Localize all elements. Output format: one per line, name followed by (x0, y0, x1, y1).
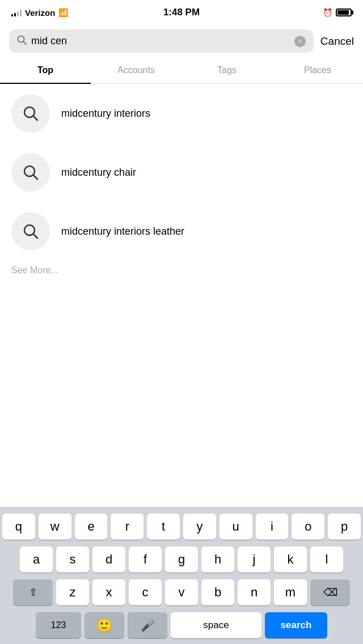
keyboard: q w e r t y u i o p a s d f g h j k l ⇧ … (0, 507, 363, 644)
search-tabs: Top Accounts Tags Places (0, 57, 363, 84)
svg-line-5 (33, 175, 37, 179)
result-item-3[interactable]: midcentury interiors leather (0, 202, 363, 261)
search-icon (17, 35, 27, 47)
cancel-button[interactable]: Cancel (320, 35, 354, 48)
svg-line-3 (33, 116, 37, 120)
keyboard-row-3: ⇧ z x c v b n m ⌫ (2, 579, 361, 605)
key-a[interactable]: a (20, 546, 53, 573)
key-n[interactable]: n (238, 579, 271, 605)
tab-top[interactable]: Top (0, 57, 91, 83)
key-delete[interactable]: ⌫ (310, 579, 350, 605)
result-text-2: midcentury chair (61, 167, 136, 179)
keyboard-row-2: a s d f g h j k l (2, 546, 361, 573)
key-v[interactable]: v (165, 579, 198, 605)
key-r[interactable]: r (111, 514, 143, 540)
search-bar-area: mid cen × Cancel (0, 25, 363, 57)
key-u[interactable]: u (220, 514, 252, 540)
keyboard-bottom-row: 123 🙂 🎤 space search (2, 612, 361, 638)
carrier-label: Verizon (25, 8, 55, 18)
key-emoji[interactable]: 🙂 (85, 612, 124, 638)
key-shift[interactable]: ⇧ (13, 579, 53, 605)
svg-line-1 (24, 42, 27, 45)
result-item-1[interactable]: midcentury interiors (0, 84, 363, 143)
result-icon-3 (11, 212, 50, 251)
tab-tags[interactable]: Tags (182, 57, 272, 83)
key-i[interactable]: i (256, 514, 289, 540)
key-d[interactable]: d (92, 546, 125, 573)
key-f[interactable]: f (129, 546, 162, 573)
search-results: midcentury interiors midcentury chair mi… (0, 84, 363, 261)
status-right: ⏰ (323, 8, 352, 17)
key-e[interactable]: e (75, 514, 108, 540)
key-numbers[interactable]: 123 (36, 612, 81, 638)
key-x[interactable]: x (92, 579, 125, 605)
key-j[interactable]: j (238, 546, 271, 573)
key-search[interactable]: search (265, 612, 327, 638)
time-label: 1:48 PM (163, 7, 200, 18)
signal-icon (11, 9, 22, 16)
key-k[interactable]: k (274, 546, 307, 573)
key-g[interactable]: g (165, 546, 198, 573)
result-icon-1 (11, 94, 50, 133)
tab-places[interactable]: Places (272, 57, 363, 83)
key-t[interactable]: t (147, 514, 180, 540)
svg-line-7 (33, 234, 37, 238)
key-c[interactable]: c (129, 579, 162, 605)
result-icon-2 (11, 153, 50, 192)
key-w[interactable]: w (39, 514, 71, 540)
alarm-icon: ⏰ (323, 8, 332, 17)
result-item-2[interactable]: midcentury chair (0, 143, 363, 202)
key-h[interactable]: h (201, 546, 234, 573)
key-s[interactable]: s (56, 546, 89, 573)
key-l[interactable]: l (310, 546, 343, 573)
key-y[interactable]: y (183, 514, 216, 540)
key-o[interactable]: o (292, 514, 324, 540)
result-text-1: midcentury interiors (61, 108, 150, 120)
status-left: Verizon 📶 (11, 8, 68, 18)
key-mic[interactable]: 🎤 (128, 612, 167, 638)
clear-search-button[interactable]: × (294, 36, 306, 47)
key-q[interactable]: q (2, 514, 35, 540)
key-z[interactable]: z (56, 579, 89, 605)
battery-icon (336, 9, 352, 16)
key-p[interactable]: p (328, 514, 361, 540)
key-space[interactable]: space (171, 612, 261, 638)
wifi-icon: 📶 (58, 8, 68, 17)
tab-accounts[interactable]: Accounts (91, 57, 182, 83)
key-m[interactable]: m (274, 579, 307, 605)
key-b[interactable]: b (201, 579, 234, 605)
search-input-wrapper[interactable]: mid cen × (9, 29, 314, 53)
search-query-text[interactable]: mid cen (31, 35, 290, 47)
result-text-3: midcentury interiors leather (61, 226, 184, 238)
see-more-link[interactable]: See More... (0, 261, 363, 285)
keyboard-row-1: q w e r t y u i o p (2, 514, 361, 540)
status-bar: Verizon 📶 1:48 PM ⏰ (0, 0, 363, 25)
